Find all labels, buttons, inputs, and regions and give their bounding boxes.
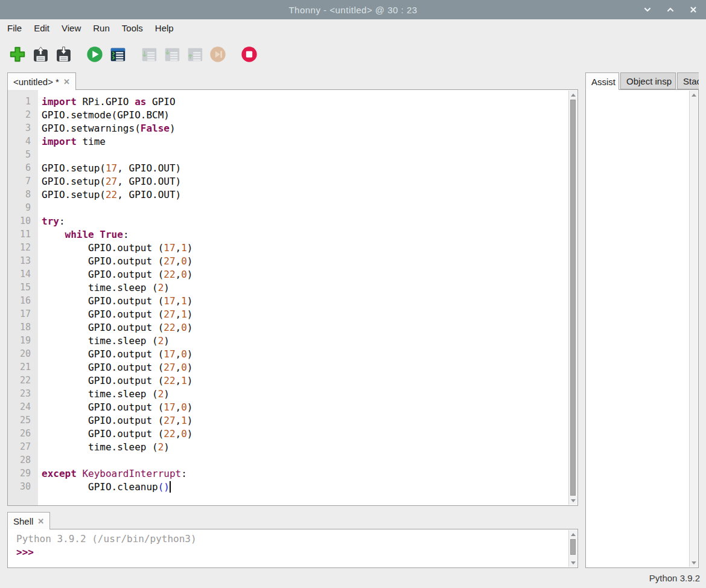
- step-over-button: [140, 45, 158, 63]
- scroll-up-icon[interactable]: [569, 91, 577, 99]
- code-line: 21 GPIO.output (27,0): [8, 360, 568, 374]
- step-into-button: [163, 45, 181, 63]
- menu-view[interactable]: View: [56, 19, 87, 37]
- menu-file[interactable]: File: [1, 19, 28, 37]
- tab-untitled[interactable]: <untitled> * ✕: [7, 72, 76, 90]
- floppy-up-arrow-icon: [31, 45, 49, 63]
- close-icon[interactable]: [687, 3, 700, 16]
- code-line: 28: [8, 453, 568, 467]
- shell-panel[interactable]: Python 3.9.2 (/usr/bin/python3)>>>: [7, 529, 578, 568]
- code-line: 2GPIO.setmode(GPIO.BCM): [8, 108, 568, 121]
- resume-icon: [209, 45, 227, 63]
- code-line: 5: [8, 148, 568, 161]
- line-number: 28: [8, 455, 38, 465]
- code-line: 27 time.sleep (2): [8, 440, 568, 453]
- right-tab-label: Assist: [591, 77, 615, 87]
- window-title: Thonny - <untitled> @ 30 : 23: [288, 5, 417, 15]
- code-line: 6GPIO.setup(17, GPIO.OUT): [8, 161, 568, 174]
- code-line: 11 while True:: [8, 228, 568, 241]
- code-line: 26 GPIO.output (22,0): [8, 427, 568, 440]
- minimize-icon[interactable]: [641, 3, 654, 16]
- tab-close-icon[interactable]: ✕: [63, 77, 70, 86]
- stop-button[interactable]: [240, 45, 258, 63]
- assistant-panel[interactable]: [585, 89, 699, 568]
- code-line: 14 GPIO.output (22,0): [8, 267, 568, 281]
- line-number: 21: [8, 362, 38, 372]
- line-number: 8: [8, 189, 38, 200]
- menu-tools[interactable]: Tools: [116, 19, 149, 37]
- tab-assist[interactable]: Assist: [585, 72, 619, 90]
- stop-circle-icon: [240, 45, 258, 63]
- menu-edit[interactable]: Edit: [28, 19, 56, 37]
- menu-run[interactable]: Run: [87, 19, 116, 37]
- code-line: 22 GPIO.output (22,1): [8, 374, 568, 387]
- line-number: 1: [8, 96, 38, 107]
- menu-help[interactable]: Help: [149, 19, 180, 37]
- line-number: 25: [8, 415, 38, 426]
- line-number: 30: [8, 481, 38, 492]
- right-tab-label: Object insp: [626, 76, 672, 86]
- scroll-down-icon[interactable]: [569, 496, 577, 505]
- titlebar: Thonny - <untitled> @ 30 : 23: [0, 0, 706, 19]
- line-number: 6: [8, 162, 38, 173]
- code-line: 23 time.sleep (2): [8, 387, 568, 400]
- code-area[interactable]: 1import RPi.GPIO as GPIO2GPIO.setmode(GP…: [8, 95, 568, 493]
- code-line: 13 GPIO.output (27,0): [8, 254, 568, 267]
- code-line: 4import time: [8, 135, 568, 148]
- tab-shell[interactable]: Shell ✕: [7, 512, 50, 529]
- open-file-button[interactable]: [31, 45, 49, 63]
- floppy-down-arrow-icon: [54, 45, 72, 63]
- new-file-button[interactable]: [8, 45, 27, 63]
- line-number: 27: [8, 441, 38, 452]
- scroll-down-icon[interactable]: [569, 558, 577, 567]
- line-number: 17: [8, 308, 38, 319]
- line-number: 16: [8, 295, 38, 306]
- scroll-up-icon[interactable]: [690, 91, 698, 99]
- maximize-icon[interactable]: [664, 3, 677, 16]
- line-number: 9: [8, 202, 38, 213]
- assistant-scrollbar[interactable]: [689, 91, 698, 567]
- code-line: 17 GPIO.output (27,1): [8, 307, 568, 321]
- code-line: 10try:: [8, 214, 568, 228]
- scroll-down-icon[interactable]: [690, 558, 698, 567]
- code-line: 24 GPIO.output (17,0): [8, 400, 568, 414]
- shell-line: >>>: [13, 545, 567, 558]
- menubar: FileEditViewRunToolsHelp: [0, 19, 706, 37]
- debug-button[interactable]: [109, 45, 127, 63]
- line-number: 20: [8, 348, 38, 359]
- code-line: 30 GPIO.cleanup(): [8, 480, 568, 493]
- code-editor[interactable]: 1import RPi.GPIO as GPIO2GPIO.setmode(GP…: [7, 89, 578, 506]
- tab-object-insp[interactable]: Object insp: [620, 72, 676, 89]
- tab-stac[interactable]: Stac: [677, 72, 699, 89]
- line-number: 24: [8, 401, 38, 412]
- run-button[interactable]: [86, 45, 104, 63]
- shell-tab-close-icon[interactable]: ✕: [37, 517, 44, 526]
- shell-output[interactable]: Python 3.9.2 (/usr/bin/python3)>>>: [13, 532, 567, 558]
- line-number: 2: [8, 109, 38, 120]
- line-number: 3: [8, 123, 38, 133]
- editor-scrollbar-thumb[interactable]: [570, 100, 576, 496]
- scroll-up-icon[interactable]: [569, 530, 577, 538]
- line-number: 10: [8, 216, 38, 226]
- step-over-icon: [140, 45, 158, 63]
- editor-tab-label: <untitled> *: [13, 77, 59, 87]
- statusbar: Python 3.9.2: [0, 568, 706, 588]
- code-line: 29except KeyboardInterrupt:: [8, 467, 568, 480]
- shell-scrollbar-thumb[interactable]: [570, 539, 576, 555]
- line-number: 19: [8, 335, 38, 346]
- line-number: 26: [8, 428, 38, 439]
- editor-scrollbar[interactable]: [568, 91, 577, 505]
- right-tab-row: AssistObject inspStac: [585, 72, 699, 90]
- line-number: 18: [8, 322, 38, 333]
- step-out-button: [186, 45, 204, 63]
- code-line: 15 time.sleep (2): [8, 281, 568, 294]
- shell-scrollbar[interactable]: [568, 530, 577, 567]
- line-number: 4: [8, 136, 38, 147]
- save-file-button[interactable]: [54, 45, 72, 63]
- interpreter-version: Python 3.9.2: [649, 573, 700, 583]
- shell-tab-label: Shell: [13, 516, 33, 526]
- toolbar: [0, 37, 706, 71]
- text-cursor: [170, 481, 171, 493]
- line-number: 22: [8, 375, 38, 386]
- code-line: 12 GPIO.output (17,1): [8, 241, 568, 254]
